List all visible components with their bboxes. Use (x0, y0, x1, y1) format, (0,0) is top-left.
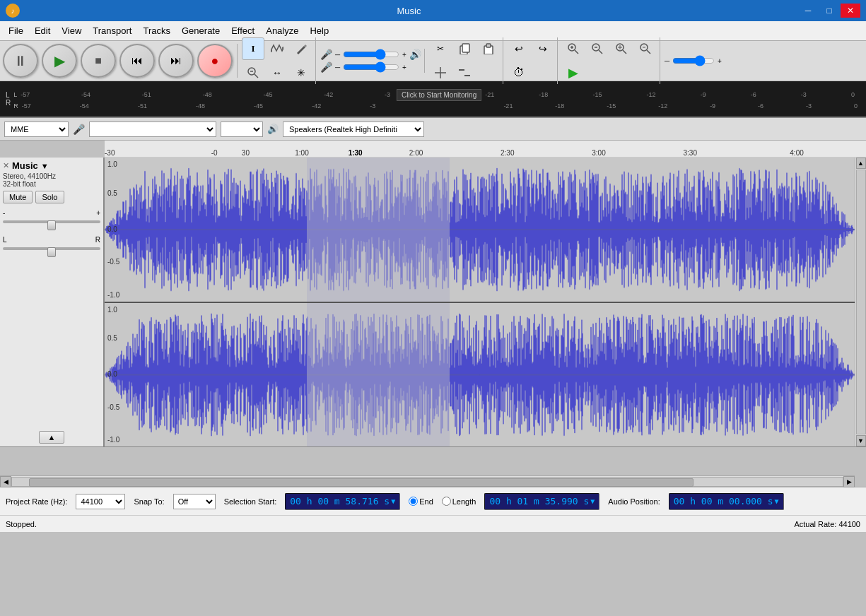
window-title: Music (20, 6, 798, 16)
y-label-bot-0.5: 0.5 (107, 334, 117, 342)
horizontal-scrollbar[interactable]: ◀ ▶ (0, 475, 855, 487)
track-close-button[interactable]: ✕ (3, 161, 9, 170)
mute-button[interactable]: Mute (3, 191, 33, 203)
click-monitor-button[interactable]: Click to Start Monitoring (397, 89, 481, 101)
fit-button[interactable] (610, 37, 633, 60)
selection-start-dropdown[interactable]: ▼ (391, 497, 395, 505)
draw-tool-button[interactable] (290, 37, 312, 60)
svg-point-2 (271, 49, 272, 52)
gain-slider-thumb[interactable] (47, 220, 56, 230)
track-name: Music (12, 160, 38, 171)
selection-tool-button[interactable]: I (242, 37, 264, 60)
waveform-channel-top[interactable]: 1.0 0.5 0.0 -0.5 -1.0 (105, 158, 855, 303)
vu-meter-section: LR L -57-54-51-48-45-42-3 Click to Start… (0, 81, 866, 118)
trim-button[interactable] (429, 61, 452, 84)
speaker-icon: 🔊 (409, 49, 421, 60)
selection-start-display[interactable]: 00 h 00 m 58.716 s ▼ (285, 493, 400, 510)
project-rate-select[interactable]: 44100 (76, 494, 125, 509)
maximize-button[interactable]: □ (819, 4, 839, 18)
waveform-channel-bottom[interactable]: 1.0 0.5 0.0 -0.5 -1.0 (105, 303, 855, 447)
play-green-button[interactable]: ▶ (562, 61, 585, 84)
end-radio-label[interactable]: End (409, 497, 433, 506)
playback-volume-slider[interactable] (343, 63, 399, 71)
menu-view[interactable]: View (56, 23, 87, 39)
title-bar: ♪ Music ─ □ ✕ (0, 0, 866, 21)
envelope-tool-button[interactable] (266, 37, 288, 60)
menu-help[interactable]: Help (304, 23, 334, 39)
end-time-display[interactable]: 00 h 01 m 35.990 s ▼ (484, 493, 599, 510)
solo-button[interactable]: Solo (35, 191, 64, 203)
multi-tool-button[interactable]: ↔ (266, 61, 288, 84)
play-device-select[interactable]: Speakers (Realtek High Definiti (283, 122, 424, 137)
scroll-thumb-v[interactable] (856, 170, 866, 434)
zoom-fit-button[interactable] (634, 37, 657, 60)
menu-file[interactable]: File (3, 23, 29, 39)
silence-button[interactable] (453, 61, 476, 84)
menu-analyze[interactable]: Analyze (260, 23, 304, 39)
stop-button[interactable]: ■ (81, 44, 116, 78)
track-container: ✕ Music ▼ Stereo, 44100Hz 32-bit float M… (0, 158, 866, 447)
output-gain-slider[interactable] (672, 57, 715, 65)
y-label-top-neg1.0: -1.0 (107, 291, 119, 299)
menu-effect[interactable]: Effect (226, 23, 260, 39)
length-radio[interactable] (442, 497, 451, 506)
audio-host-select[interactable]: MME DirectSound WASAPI (4, 122, 69, 137)
close-button[interactable]: ✕ (841, 4, 860, 18)
cut-button[interactable]: ✂ (429, 37, 452, 60)
scroll-down-button[interactable]: ▼ (856, 435, 866, 446)
zoom-tool-button[interactable] (242, 61, 264, 84)
y-label-bot-neg0.5: -0.5 (107, 403, 119, 411)
timeline-ruler: -30 -0 30 1:00 1:30 2:00 2:30 3:00 3:30 … (105, 141, 866, 158)
main-toolbar: ⏸ ▶ ■ ⏮ ⏭ ● I ↔ ✳ (0, 41, 866, 81)
svg-point-3 (282, 47, 283, 49)
zoom-out-button[interactable] (586, 37, 609, 60)
pan-slider-thumb[interactable] (47, 247, 56, 257)
skip-forward-button[interactable]: ⏭ (158, 44, 194, 78)
bottom-gray-area: ◀ ▶ (0, 447, 866, 487)
actual-rate-text: Actual Rate: 44100 (794, 520, 860, 528)
svg-rect-10 (486, 44, 491, 47)
y-label-top-0.0: 0.0 (107, 225, 117, 233)
end-time-dropdown[interactable]: ▼ (590, 497, 595, 505)
record-button[interactable]: ● (197, 44, 233, 78)
end-radio[interactable] (409, 497, 418, 506)
y-label-top-0.5: 0.5 (107, 189, 117, 197)
paste-button[interactable] (477, 37, 500, 60)
menu-transport[interactable]: Transport (87, 23, 137, 39)
audio-position-display[interactable]: 00 h 00 m 00.000 s ▼ (669, 493, 784, 510)
copy-button[interactable] (453, 37, 476, 60)
vertical-scrollbar[interactable]: ▲ ▼ (855, 158, 866, 446)
redo-button[interactable]: ↪ (532, 37, 554, 60)
scroll-right-button[interactable]: ▶ (843, 476, 855, 487)
h-scroll-thumb[interactable] (29, 478, 694, 487)
y-label-bot-1.0: 1.0 (107, 306, 117, 314)
menu-generate[interactable]: Generate (176, 23, 226, 39)
undo-button[interactable]: ↩ (508, 37, 530, 60)
waveform-canvas-bottom (105, 303, 855, 447)
menu-edit[interactable]: Edit (29, 23, 56, 39)
record-device-select[interactable] (89, 122, 216, 137)
y-label-top-1.0: 1.0 (107, 160, 117, 168)
length-radio-label[interactable]: Length (442, 497, 476, 506)
timer-button[interactable]: ⏱ (508, 61, 530, 84)
speaker-icon2: 🔊 (267, 124, 279, 134)
track-menu-button[interactable]: ▼ (41, 162, 49, 170)
skip-back-button[interactable]: ⏮ (119, 44, 155, 78)
mic-volume-slider[interactable] (343, 50, 399, 59)
zoom-in-button[interactable] (562, 37, 585, 60)
menu-tracks[interactable]: Tracks (137, 23, 176, 39)
audio-pos-dropdown[interactable]: ▼ (775, 497, 779, 505)
vu-left-label: LR (6, 91, 11, 107)
scroll-left-button[interactable]: ◀ (0, 476, 11, 487)
collapse-button[interactable]: ▲ (39, 431, 65, 444)
pan-left-label: L (3, 236, 7, 244)
pause-button[interactable]: ⏸ (3, 44, 38, 78)
waveform-display[interactable]: 1.0 0.5 0.0 -0.5 -1.0 1.0 0.5 0.0 -0.5 -… (105, 158, 855, 446)
record-channels-select[interactable] (221, 122, 263, 137)
gain-minus-label: - (3, 209, 5, 217)
play-button[interactable]: ▶ (42, 44, 77, 78)
scroll-up-button[interactable]: ▲ (856, 158, 866, 169)
minimize-button[interactable]: ─ (798, 4, 818, 18)
timeshift-tool-button[interactable]: ✳ (290, 61, 312, 84)
snap-to-select[interactable]: Off (173, 494, 216, 509)
